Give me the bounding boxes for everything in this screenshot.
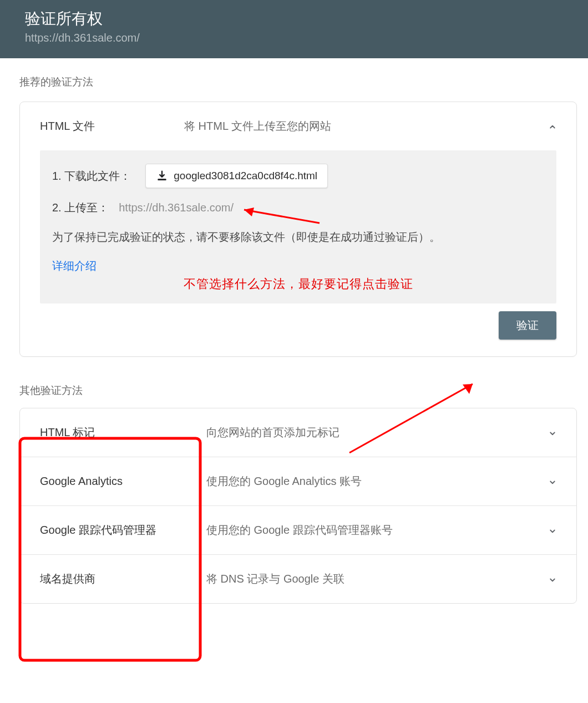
recommended-method-card: HTML 文件 将 HTML 文件上传至您的网站 1. 下载此文件： googl… [19, 102, 577, 357]
other-method-title: 域名提供商 [40, 571, 206, 586]
step-1-label: 1. 下载此文件： [52, 169, 131, 184]
chevron-down-icon[interactable] [548, 477, 556, 486]
download-filename: googled3081d2ca0cd8f4c.html [174, 170, 317, 182]
chevron-down-icon[interactable] [548, 526, 556, 535]
chevron-up-icon[interactable] [548, 122, 556, 131]
other-method-title: Google Analytics [40, 475, 206, 488]
annotation-reminder-text: 不管选择什么方法，最好要记得点击验证 [52, 276, 544, 292]
svg-rect-0 [158, 179, 166, 180]
download-icon [156, 170, 168, 182]
other-section-label: 其他验证方法 [19, 383, 577, 398]
method-title: HTML 文件 [40, 119, 184, 134]
page-header: 验证所有权 https://dh.361sale.com/ [0, 0, 588, 58]
step-2-label: 2. 上传至： [52, 200, 109, 215]
other-method-title: Google 跟踪代码管理器 [40, 523, 206, 538]
step-1-row: 1. 下载此文件： googled3081d2ca0cd8f4c.html [52, 164, 544, 188]
other-method-google-analytics[interactable]: Google Analytics 使用您的 Google Analytics 账… [20, 457, 576, 506]
other-method-desc: 使用您的 Google Analytics 账号 [206, 474, 548, 489]
verify-button[interactable]: 验证 [499, 311, 556, 340]
other-methods-card: HTML 标记 向您网站的首页添加元标记 Google Analytics 使用… [19, 408, 577, 604]
recommended-section-label: 推荐的验证方法 [19, 75, 577, 89]
method-header-row[interactable]: HTML 文件 将 HTML 文件上传至您的网站 [40, 119, 556, 134]
page-title: 验证所有权 [25, 8, 569, 29]
other-method-domain-provider[interactable]: 域名提供商 将 DNS 记录与 Google 关联 [20, 555, 576, 603]
other-method-desc: 向您网站的首页添加元标记 [206, 425, 548, 440]
other-method-html-tag[interactable]: HTML 标记 向您网站的首页添加元标记 [20, 408, 576, 457]
step-2-row: 2. 上传至： https://dh.361sale.com/ [52, 200, 544, 215]
other-method-tag-manager[interactable]: Google 跟踪代码管理器 使用您的 Google 跟踪代码管理器账号 [20, 506, 576, 555]
other-method-desc: 使用您的 Google 跟踪代码管理器账号 [206, 523, 548, 538]
download-file-button[interactable]: googled3081d2ca0cd8f4c.html [145, 164, 328, 188]
method-subtitle: 将 HTML 文件上传至您的网站 [184, 119, 548, 134]
detail-link[interactable]: 详细介绍 [52, 260, 97, 272]
other-method-desc: 将 DNS 记录与 Google 关联 [206, 571, 548, 586]
other-method-title: HTML 标记 [40, 425, 206, 440]
chevron-down-icon[interactable] [548, 575, 556, 584]
page-url: https://dh.361sale.com/ [25, 32, 569, 44]
chevron-down-icon[interactable] [548, 428, 556, 437]
upload-url: https://dh.361sale.com/ [119, 201, 234, 214]
instruction-box: 1. 下载此文件： googled3081d2ca0cd8f4c.html 2.… [40, 150, 556, 304]
keep-file-notice: 为了保持已完成验证的状态，请不要移除该文件（即使是在成功通过验证后）。 [52, 227, 544, 246]
